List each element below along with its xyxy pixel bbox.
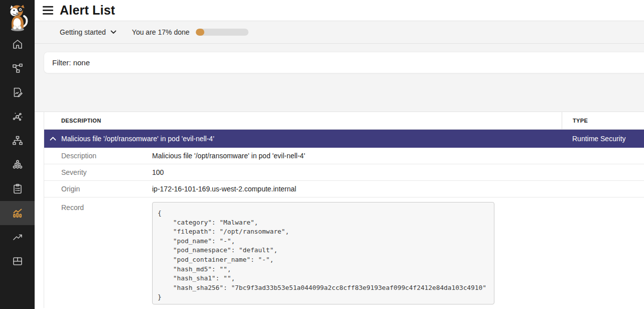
home-icon — [12, 38, 24, 50]
sidebar-item-workloads[interactable] — [0, 153, 35, 177]
detail-label: Description — [44, 152, 152, 160]
detail-value: ip-172-16-101-169.us-west-2.compute.inte… — [152, 185, 296, 193]
page-title: Alert List — [60, 3, 115, 18]
getting-started-dropdown[interactable]: Getting started — [60, 28, 116, 36]
alert-row-expanded[interactable]: Malicious file '/opt/ransomware' in pod … — [44, 130, 644, 148]
progress-fill — [196, 29, 205, 36]
detail-row-severity: Severity 100 — [44, 164, 644, 181]
storage-box-icon — [12, 255, 24, 267]
detail-label: Severity — [44, 168, 152, 176]
alert-type: Runtime Security — [562, 130, 644, 148]
chevron-down-icon — [110, 30, 116, 34]
sidebar — [0, 0, 35, 309]
record-json-text: { "category": "Malware", "filepath": "/o… — [158, 209, 489, 302]
main-content: Alert List Getting started You are 17% d… — [35, 0, 644, 309]
collapse-row-control[interactable] — [44, 137, 61, 141]
service-graph-icon — [12, 111, 24, 123]
alert-table: DESCRIPTION TYPE Malicious file '/opt/ra… — [44, 112, 644, 308]
detail-row-origin: Origin ip-172-16-101-169.us-west-2.compu… — [44, 181, 644, 197]
app-root: Alert List Getting started You are 17% d… — [0, 0, 644, 309]
progress-bar — [196, 29, 248, 36]
sidebar-item-trends[interactable] — [0, 225, 35, 249]
sitemap-icon — [12, 135, 24, 147]
record-json-block: { "category": "Malware", "filepath": "/o… — [152, 202, 494, 304]
alert-description: Malicious file '/opt/ransomware' in pod … — [61, 135, 562, 143]
trending-icon — [12, 231, 24, 243]
policy-edit-icon — [12, 86, 24, 98]
compliance-clipboard-icon — [12, 183, 24, 195]
progress-text: You are 17% done — [132, 28, 190, 36]
detail-row-description: Description Malicious file '/opt/ransomw… — [44, 148, 644, 164]
detail-value: Malicious file '/opt/ransomware' in pod … — [152, 152, 305, 160]
chevron-up-icon — [50, 137, 56, 141]
sidebar-item-compliance[interactable] — [0, 177, 35, 201]
sidebar-item-network[interactable] — [0, 56, 35, 80]
filter-bar[interactable]: Filter: none — [44, 52, 644, 73]
sidebar-item-service-graph[interactable] — [0, 105, 35, 129]
sidebar-item-home[interactable] — [0, 32, 35, 56]
detail-value: 100 — [152, 168, 164, 176]
table-header-row: DESCRIPTION TYPE — [44, 112, 644, 130]
app-header: Alert List — [35, 0, 644, 21]
workload-cluster-icon — [12, 159, 24, 171]
calico-cat-logo-image — [6, 4, 30, 32]
alerts-activity-icon — [12, 207, 24, 219]
sidebar-item-alerts[interactable] — [0, 201, 35, 225]
detail-label: Record — [44, 197, 152, 212]
filter-section: Filter: none — [35, 44, 644, 112]
network-topology-icon — [12, 62, 24, 74]
alert-table-area: DESCRIPTION TYPE Malicious file '/opt/ra… — [35, 112, 644, 309]
calico-cat-logo[interactable] — [0, 0, 35, 32]
sidebar-item-policies[interactable] — [0, 80, 35, 105]
detail-label: Origin — [44, 185, 152, 193]
sidebar-item-storage[interactable] — [0, 249, 35, 273]
hamburger-menu-icon[interactable] — [43, 6, 53, 15]
sidebar-item-nodes[interactable] — [0, 129, 35, 153]
onboarding-bar: Getting started You are 17% done — [35, 21, 644, 44]
filter-text: Filter: none — [52, 58, 90, 67]
column-header-description[interactable]: DESCRIPTION — [61, 118, 562, 124]
column-header-type[interactable]: TYPE — [562, 112, 644, 129]
getting-started-label: Getting started — [60, 28, 106, 36]
detail-row-record: Record { "category": "Malware", "filepat… — [44, 197, 644, 308]
